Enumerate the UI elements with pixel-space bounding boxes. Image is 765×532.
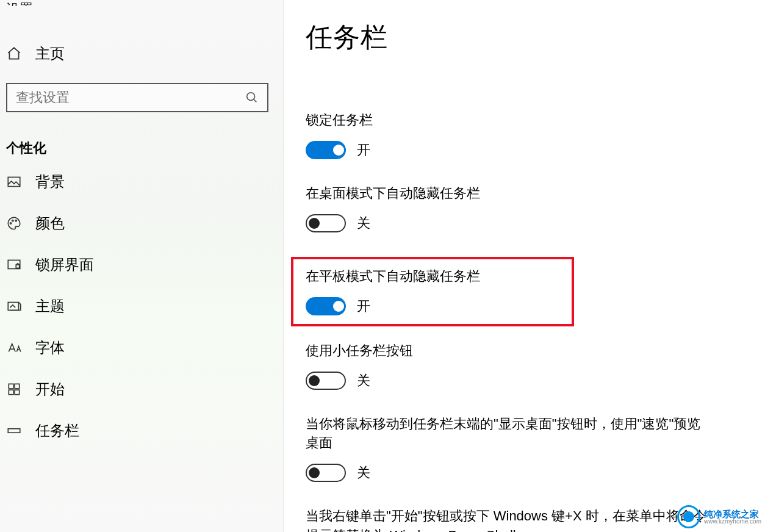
watermark-logo-icon (677, 505, 700, 528)
sidebar-item-label: 锁屏界面 (35, 255, 94, 275)
setting-small-buttons: 使用小任务栏按钮 关 (306, 341, 743, 390)
sidebar-item-themes[interactable]: 主题 (0, 286, 283, 327)
highlight-frame: 在平板模式下自动隐藏任务栏 开 (291, 257, 574, 326)
sidebar-item-label: 开始 (35, 379, 65, 399)
toggle-state: 开 (357, 141, 370, 159)
toggle-state: 关 (357, 372, 370, 390)
svg-rect-13 (8, 429, 20, 433)
setting-peek: 当你将鼠标移动到任务栏末端的"显示桌面"按钮时，使用"速览"预览桌面 关 (306, 414, 743, 483)
setting-label: 在平板模式下自动隐藏任务栏 (306, 267, 480, 286)
sidebar-item-fonts[interactable]: 字体 (0, 327, 283, 368)
search-input[interactable] (16, 90, 245, 106)
watermark-url: www.kzmyhome.com (704, 519, 761, 525)
svg-point-3 (10, 223, 12, 224)
sidebar-item-taskbar[interactable]: 任务栏 (0, 410, 283, 451)
setting-label: 锁定任务栏 (306, 110, 708, 130)
sidebar-home[interactable]: 主页 (0, 38, 283, 70)
svg-point-5 (15, 220, 16, 221)
search-icon (245, 91, 259, 104)
svg-point-0 (247, 93, 255, 101)
svg-line-1 (254, 99, 257, 102)
lockscreen-icon (6, 257, 22, 273)
toggle-small-buttons[interactable] (306, 372, 346, 390)
setting-autohide-tablet: 在平板模式下自动隐藏任务栏 开 (306, 267, 480, 315)
taskbar-icon (6, 423, 22, 439)
watermark: 纯净系统之家 www.kzmyhome.com (677, 505, 761, 528)
toggle-state: 开 (357, 297, 370, 315)
svg-rect-9 (9, 384, 13, 389)
font-icon (6, 340, 22, 356)
svg-rect-2 (8, 177, 20, 186)
toggle-state: 关 (357, 214, 370, 232)
setting-lock-taskbar: 锁定任务栏 开 (306, 110, 743, 159)
svg-point-4 (12, 220, 13, 221)
toggle-autohide-tablet[interactable] (306, 297, 346, 315)
search-box[interactable] (6, 83, 268, 112)
svg-rect-7 (16, 265, 19, 268)
image-icon (6, 174, 22, 190)
page-title: 任务栏 (306, 20, 743, 56)
setting-autohide-desktop: 在桌面模式下自动隐藏任务栏 关 (306, 184, 743, 232)
sidebar-home-label: 主页 (35, 44, 65, 63)
sidebar-section-title: 个性化 (0, 131, 283, 161)
watermark-title: 纯净系统之家 (704, 509, 761, 519)
sidebar-item-colors[interactable]: 颜色 (0, 203, 283, 244)
sidebar-item-lockscreen[interactable]: 锁屏界面 (0, 244, 283, 286)
sidebar-item-label: 任务栏 (35, 421, 79, 440)
home-icon (6, 46, 22, 62)
sidebar-item-label: 主题 (35, 297, 65, 316)
sidebar-item-label: 背景 (35, 172, 65, 192)
toggle-state: 关 (357, 464, 370, 482)
svg-rect-10 (15, 384, 20, 389)
svg-rect-12 (15, 390, 20, 395)
svg-rect-11 (9, 390, 13, 395)
setting-label: 在桌面模式下自动隐藏任务栏 (306, 184, 708, 203)
sidebar-item-start[interactable]: 开始 (0, 368, 283, 410)
sidebar-item-label: 字体 (35, 338, 65, 358)
toggle-lock-taskbar[interactable] (306, 141, 346, 159)
sidebar: 设置 主页 个性化 背景 颜色 (0, 0, 284, 532)
setting-label: 当我右键单击"开始"按钮或按下 Windows 键+X 时，在菜单中将命令提示符… (306, 506, 708, 532)
setting-label: 当你将鼠标移动到任务栏末端的"显示桌面"按钮时，使用"速览"预览桌面 (306, 414, 708, 453)
main-content: 任务栏 锁定任务栏 开 在桌面模式下自动隐藏任务栏 关 在平板模式下自动隐藏任务… (284, 0, 765, 532)
setting-label: 使用小任务栏按钮 (306, 341, 708, 361)
themes-icon (6, 298, 22, 314)
app-title: 设置 (0, 0, 283, 6)
start-icon (6, 381, 22, 397)
palette-icon (6, 215, 22, 231)
toggle-autohide-desktop[interactable] (306, 214, 346, 232)
toggle-peek[interactable] (306, 464, 346, 482)
sidebar-item-background[interactable]: 背景 (0, 161, 283, 203)
sidebar-item-label: 颜色 (35, 214, 65, 233)
